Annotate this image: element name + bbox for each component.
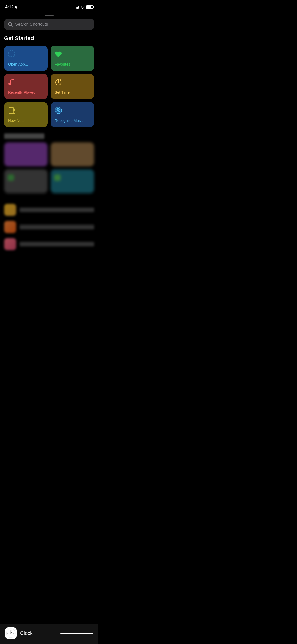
blurred-section bbox=[0, 133, 98, 201]
recognize-music-label: Recognize Music bbox=[55, 118, 90, 123]
blurred-section-title bbox=[4, 133, 44, 139]
svg-rect-2 bbox=[9, 51, 15, 57]
app-list-section bbox=[0, 201, 98, 278]
battery-icon bbox=[86, 5, 93, 9]
app-list-item-1 bbox=[4, 201, 94, 218]
app-icon-1 bbox=[4, 204, 16, 216]
shortcut-set-timer[interactable]: Set Timer bbox=[51, 74, 94, 99]
svg-line-4 bbox=[11, 79, 14, 80]
app-text-2 bbox=[20, 225, 94, 229]
music-icon bbox=[8, 78, 44, 88]
app-icon-2 bbox=[4, 221, 16, 233]
search-placeholder: Search Shortcuts bbox=[15, 22, 48, 27]
shortcut-recently-played[interactable]: Recently Played bbox=[4, 74, 48, 99]
blurred-card-2 bbox=[51, 142, 94, 166]
search-bar[interactable]: Search Shortcuts bbox=[4, 19, 94, 30]
wifi-icon bbox=[81, 6, 85, 9]
shortcut-open-app[interactable]: Open App... bbox=[4, 46, 48, 71]
timer-icon bbox=[55, 78, 90, 88]
note-icon bbox=[8, 107, 44, 116]
app-list-item-3 bbox=[4, 236, 94, 253]
shortcut-favorites[interactable]: Favorites bbox=[51, 46, 94, 71]
app-list-item-2 bbox=[4, 218, 94, 236]
favorites-label: Favorites bbox=[55, 62, 90, 66]
section-title-get-started: Get Started bbox=[0, 35, 98, 46]
favorites-icon bbox=[55, 50, 90, 59]
open-app-label: Open App... bbox=[8, 62, 44, 66]
location-icon bbox=[15, 6, 17, 9]
app-text-1 bbox=[20, 208, 94, 212]
svg-point-3 bbox=[9, 83, 11, 85]
status-icons bbox=[75, 5, 93, 9]
svg-line-9 bbox=[60, 80, 61, 80]
blurred-grid-row1 bbox=[4, 142, 94, 166]
new-note-label: New Note bbox=[8, 118, 44, 123]
blurred-card-1 bbox=[4, 142, 48, 166]
status-time: 4:12 bbox=[5, 5, 17, 10]
open-app-icon bbox=[8, 50, 44, 59]
sheet-handle bbox=[0, 13, 98, 19]
blurred-card-3 bbox=[4, 169, 48, 193]
time-display: 4:12 bbox=[5, 5, 14, 10]
app-icon-3 bbox=[4, 238, 16, 250]
blurred-grid-row2 bbox=[4, 169, 94, 193]
blurred-card-4 bbox=[51, 169, 94, 193]
search-icon bbox=[8, 22, 13, 27]
app-text-3 bbox=[20, 242, 94, 246]
drag-handle bbox=[45, 15, 54, 16]
shortcut-recognize-music[interactable]: Recognize Music bbox=[51, 102, 94, 127]
svg-line-1 bbox=[11, 25, 12, 26]
signal-icon bbox=[75, 6, 79, 9]
status-bar: 4:12 bbox=[0, 0, 98, 13]
recently-played-label: Recently Played bbox=[8, 90, 44, 94]
search-bar-container: Search Shortcuts bbox=[0, 19, 98, 35]
shortcut-new-note[interactable]: New Note bbox=[4, 102, 48, 127]
shazam-icon bbox=[55, 107, 90, 116]
shortcuts-grid: Open App... Favorites Recently Played bbox=[0, 46, 98, 133]
set-timer-label: Set Timer bbox=[55, 90, 90, 94]
